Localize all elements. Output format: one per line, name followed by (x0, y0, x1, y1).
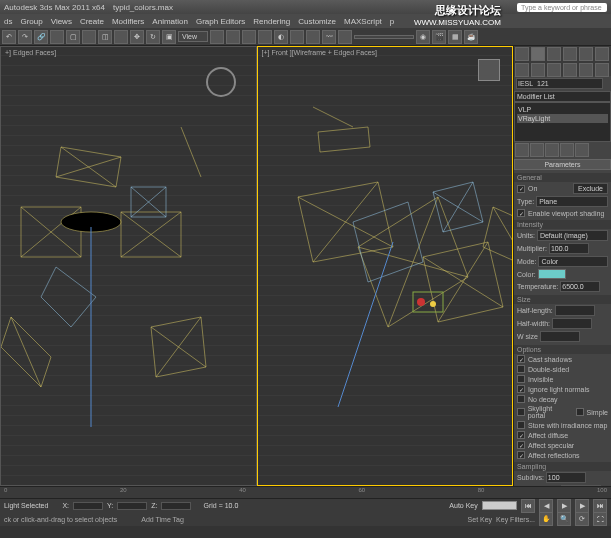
store-irrad-checkbox[interactable] (517, 421, 525, 429)
menu-animation[interactable]: Animation (152, 17, 188, 26)
setkey-button[interactable]: Set Key (468, 516, 493, 523)
affect-reflect-checkbox[interactable] (517, 451, 525, 459)
viewport-shading-checkbox[interactable] (517, 209, 525, 217)
halfwidth-field[interactable] (552, 318, 592, 329)
rotate-icon[interactable]: ↻ (146, 30, 160, 44)
modifier-item[interactable]: VRayLight (517, 114, 608, 123)
multiplier-field[interactable] (549, 243, 589, 254)
subdivs-field[interactable] (546, 472, 586, 483)
maximize-icon[interactable]: ⛶ (593, 512, 607, 526)
pin-stack-icon[interactable] (515, 143, 529, 157)
tab-utilities-icon[interactable] (595, 47, 609, 61)
link-icon[interactable]: 🔗 (34, 30, 48, 44)
rollout-parameters[interactable]: Parameters (514, 159, 611, 170)
tab-create-icon[interactable] (515, 47, 529, 61)
play-end-icon[interactable]: ⏭ (593, 499, 607, 513)
menu-maxscript[interactable]: MAXScript (344, 17, 382, 26)
select-name-icon[interactable] (82, 30, 96, 44)
time-slider[interactable]: 0 20 40 60 80 100 (0, 486, 611, 498)
percent-snap-icon[interactable] (258, 30, 272, 44)
menu-help[interactable]: p (390, 17, 394, 26)
filter-icon[interactable] (114, 30, 128, 44)
wsize-field[interactable] (540, 331, 580, 342)
menu-graph-editors[interactable]: Graph Editors (196, 17, 245, 26)
named-selection-dropdown[interactable] (354, 35, 414, 39)
modifier-item[interactable]: VLP (517, 105, 608, 114)
units-dropdown[interactable]: Default (image) (537, 230, 608, 241)
play-next-icon[interactable]: ▶ (575, 499, 589, 513)
snap-icon[interactable] (226, 30, 240, 44)
search-input[interactable]: Type a keyword or phrase (517, 3, 607, 12)
tab-motion-icon[interactable] (563, 47, 577, 61)
viewport-left[interactable]: +] Edged Faces] (0, 46, 257, 486)
modifier-list-dropdown[interactable]: Modifier List (514, 91, 611, 102)
play-prev-icon[interactable]: ◀ (539, 499, 553, 513)
no-decay-checkbox[interactable] (517, 395, 525, 403)
menu-create[interactable]: Create (80, 17, 104, 26)
render-setup-icon[interactable]: 🎬 (432, 30, 446, 44)
subtab-icon[interactable] (515, 63, 529, 77)
play-icon[interactable]: ▶ (557, 499, 571, 513)
affect-specular-checkbox[interactable] (517, 441, 525, 449)
configure-icon[interactable] (575, 143, 589, 157)
move-icon[interactable]: ✥ (130, 30, 144, 44)
ignore-normals-checkbox[interactable] (517, 385, 525, 393)
selected-dropdown[interactable]: Selected (482, 501, 517, 510)
tab-modify-icon[interactable] (531, 47, 545, 61)
invisible-checkbox[interactable] (517, 375, 525, 383)
curve-editor-icon[interactable]: 〰 (322, 30, 336, 44)
y-field[interactable] (117, 502, 147, 510)
subtab-icon[interactable] (595, 63, 609, 77)
redo-icon[interactable]: ↷ (18, 30, 32, 44)
subtab-icon[interactable] (531, 63, 545, 77)
menu-group[interactable]: Group (20, 17, 42, 26)
x-field[interactable] (73, 502, 103, 510)
zoom-icon[interactable]: 🔍 (557, 512, 571, 526)
undo-icon[interactable]: ↶ (2, 30, 16, 44)
render-icon[interactable]: ☕ (464, 30, 478, 44)
exclude-button[interactable]: Exclude (573, 183, 608, 194)
skylight-checkbox[interactable] (517, 408, 525, 416)
ref-coord-dropdown[interactable]: View (178, 31, 208, 42)
pivot-icon[interactable] (210, 30, 224, 44)
affect-diffuse-checkbox[interactable] (517, 431, 525, 439)
simple-checkbox[interactable] (576, 408, 584, 416)
cast-shadows-checkbox[interactable] (517, 355, 525, 363)
select-icon[interactable]: ▢ (66, 30, 80, 44)
unique-icon[interactable] (545, 143, 559, 157)
color-swatch[interactable] (538, 269, 566, 279)
menu-rendering[interactable]: Rendering (253, 17, 290, 26)
viewport-right[interactable]: [+] Front ][Wireframe + Edged Faces] (257, 46, 514, 486)
pan-icon[interactable]: ✋ (539, 512, 553, 526)
object-name-field[interactable] (516, 78, 603, 89)
unlink-icon[interactable] (50, 30, 64, 44)
subtab-icon[interactable] (579, 63, 593, 77)
select-region-icon[interactable]: ◫ (98, 30, 112, 44)
subtab-icon[interactable] (563, 63, 577, 77)
menu-customize[interactable]: Customize (298, 17, 336, 26)
on-checkbox[interactable] (517, 185, 525, 193)
mode-dropdown[interactable]: Color (538, 256, 608, 267)
z-field[interactable] (161, 502, 191, 510)
subtab-icon[interactable] (547, 63, 561, 77)
halflength-field[interactable] (555, 305, 595, 316)
show-result-icon[interactable] (530, 143, 544, 157)
menu-edit[interactable]: ds (4, 17, 12, 26)
angle-snap-icon[interactable] (242, 30, 256, 44)
material-icon[interactable]: ◉ (416, 30, 430, 44)
keyfilters-button[interactable]: Key Filters... (496, 516, 535, 523)
type-dropdown[interactable]: Plane (536, 196, 608, 207)
align-icon[interactable] (290, 30, 304, 44)
scale-icon[interactable]: ▣ (162, 30, 176, 44)
orbit-icon[interactable]: ⟳ (575, 512, 589, 526)
tab-display-icon[interactable] (579, 47, 593, 61)
temperature-field[interactable] (560, 281, 600, 292)
schematic-icon[interactable] (338, 30, 352, 44)
menu-modifiers[interactable]: Modifiers (112, 17, 144, 26)
remove-mod-icon[interactable] (560, 143, 574, 157)
time-tag-button[interactable]: Add Time Tag (141, 516, 184, 523)
render-frame-icon[interactable]: ▦ (448, 30, 462, 44)
layer-icon[interactable] (306, 30, 320, 44)
menu-views[interactable]: Views (51, 17, 72, 26)
tab-hierarchy-icon[interactable] (547, 47, 561, 61)
